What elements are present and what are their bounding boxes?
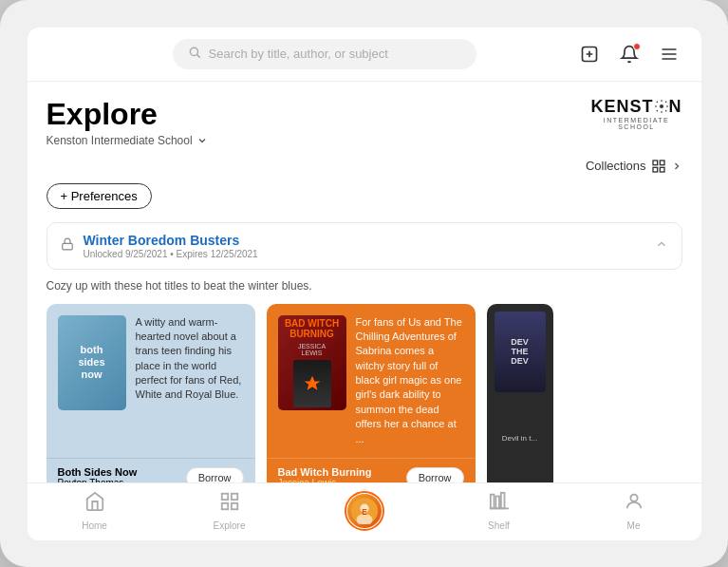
school-selector[interactable]: Kenston Intermediate School	[47, 134, 208, 147]
nav-item-featured[interactable]: E	[341, 491, 388, 531]
page-title: Explore	[47, 97, 208, 132]
nav-avatar: E	[347, 494, 382, 528]
nav-label-me: Me	[627, 520, 641, 531]
svg-rect-9	[653, 161, 658, 165]
section-subtitle: Cozy up with these hot titles to beat th…	[47, 279, 682, 293]
book-meta-2: Bad Witch Burning Jessica Lewis	[278, 466, 372, 482]
svg-rect-11	[653, 167, 658, 172]
kenston-logo: KENST N INTERMEDIATESCHOOL	[590, 97, 681, 130]
main-content: Explore Kenston Intermediate School KENS…	[28, 82, 701, 482]
winter-dates: Unlocked 9/25/2021 • Expires 12/25/2021	[84, 249, 258, 259]
book-author-2: Jessica Lewis	[278, 478, 372, 482]
book-author-1: Peyton Thomas	[58, 478, 138, 482]
logo-text: KENST	[590, 97, 653, 117]
lock-icon	[61, 237, 74, 254]
explore-left: Explore Kenston Intermediate School	[47, 97, 208, 147]
svg-rect-15	[231, 493, 236, 499]
svg-line-1	[196, 54, 199, 57]
top-bar-actions	[576, 41, 682, 67]
book-meta-1: Both Sides Now Peyton Thomas	[58, 466, 138, 482]
svg-rect-17	[231, 502, 236, 508]
school-name: Kenston Intermediate School	[47, 134, 193, 147]
collections-label: Collections	[586, 159, 646, 173]
book-footer-2: Bad Witch Burning Jessica Lewis Borrow	[267, 458, 476, 482]
svg-rect-16	[221, 502, 227, 508]
menu-button[interactable]	[656, 41, 682, 67]
borrow-button-2[interactable]: Borrow	[406, 467, 464, 482]
book-cover-author-2: JESSICALEWIS	[285, 343, 339, 356]
book-description-1: A witty and warm-hearted novel about a t…	[136, 315, 244, 447]
add-button[interactable]	[576, 41, 603, 67]
preferences-label: + Preferences	[61, 189, 138, 203]
nav-avatar-ring: E	[345, 491, 384, 531]
borrow-button-1[interactable]: Borrow	[186, 467, 244, 482]
svg-rect-13	[62, 243, 72, 249]
shelf-icon	[489, 491, 510, 518]
svg-rect-12	[660, 167, 664, 172]
svg-point-26	[630, 494, 637, 501]
winter-title: Winter Boredom Busters	[84, 233, 258, 248]
banner-collapse-icon[interactable]	[655, 237, 668, 254]
home-icon	[84, 491, 105, 518]
nav-label-explore: Explore	[214, 520, 246, 531]
dark-cover: DEVTHEDEV	[495, 312, 546, 392]
book-title-1: Both Sides Now	[58, 466, 138, 478]
winter-banner-left: Winter Boredom Busters Unlocked 9/25/202…	[61, 233, 258, 259]
dark-card-inner: DEVTHEDEV Devil in t... Lora Beth...	[487, 304, 553, 482]
book-cover-bad-witch: BAD WITCHBURNING JESSICALEWIS	[278, 315, 346, 410]
collections-button[interactable]: Collections	[586, 159, 682, 174]
winter-banner-info: Winter Boredom Busters Unlocked 9/25/202…	[84, 233, 258, 259]
search-placeholder: Search by title, author, or subject	[209, 47, 388, 61]
bottom-nav: Home Explore E	[28, 482, 701, 540]
logo-gear-icon	[654, 99, 669, 114]
svg-rect-23	[495, 496, 499, 508]
book-cover-text-2: BAD WITCHBURNING	[285, 318, 339, 339]
book-description-2: For fans of Us and The Chilling Adventur…	[356, 315, 464, 447]
book-card-inner-2: BAD WITCHBURNING JESSICALEWIS For fans o…	[267, 304, 476, 459]
svg-point-8	[660, 104, 663, 108]
nav-item-me[interactable]: Me	[610, 491, 658, 531]
book-cover-text-1: bothsidesnow	[72, 338, 110, 387]
nav-item-explore[interactable]: Explore	[206, 491, 253, 531]
logo-text2: N	[669, 97, 682, 117]
svg-point-0	[190, 47, 197, 55]
dark-book-title: Devil in t...	[495, 434, 546, 443]
book-card-inner-1: bothsidesnow A witty and warm-hearted no…	[47, 304, 255, 459]
dark-book-author: Lora Beth...	[495, 482, 546, 482]
top-bar: Search by title, author, or subject	[28, 28, 701, 82]
book-card-devil[interactable]: DEVTHEDEV Devil in t... Lora Beth...	[487, 304, 553, 482]
book-cover-both-sides: bothsidesnow	[58, 315, 126, 410]
dark-cover-text: DEVTHEDEV	[509, 335, 531, 368]
books-row: bothsidesnow A witty and warm-hearted no…	[47, 304, 682, 482]
search-bar[interactable]: Search by title, author, or subject	[173, 39, 476, 69]
me-icon	[624, 491, 644, 518]
svg-rect-14	[221, 493, 227, 499]
book-card-bad-witch-burning[interactable]: BAD WITCHBURNING JESSICALEWIS For fans o…	[267, 304, 476, 482]
svg-rect-22	[490, 494, 494, 508]
winter-banner[interactable]: Winter Boredom Busters Unlocked 9/25/202…	[47, 222, 682, 270]
book-card-both-sides-now[interactable]: bothsidesnow A witty and warm-hearted no…	[47, 304, 255, 482]
svg-text:E: E	[362, 506, 367, 516]
book-title-2: Bad Witch Burning	[278, 466, 372, 478]
notification-dot	[633, 43, 641, 50]
book-footer-1: Both Sides Now Peyton Thomas Borrow	[47, 458, 255, 482]
screen: Search by title, author, or subject	[28, 28, 701, 540]
preferences-button[interactable]: + Preferences	[47, 183, 152, 209]
explore-icon	[219, 491, 240, 518]
nav-label-shelf: Shelf	[488, 520, 510, 531]
nav-item-shelf[interactable]: Shelf	[476, 491, 523, 531]
nav-label-home: Home	[82, 520, 107, 531]
explore-header-row: Explore Kenston Intermediate School KENS…	[47, 97, 682, 174]
nav-item-home[interactable]: Home	[71, 491, 119, 531]
logo-subtitle: INTERMEDIATESCHOOL	[590, 117, 681, 130]
notifications-button[interactable]	[616, 41, 643, 67]
search-icon	[188, 46, 201, 63]
svg-rect-24	[500, 492, 504, 508]
svg-rect-10	[660, 161, 664, 165]
device-frame: Search by title, author, or subject	[0, 0, 728, 567]
